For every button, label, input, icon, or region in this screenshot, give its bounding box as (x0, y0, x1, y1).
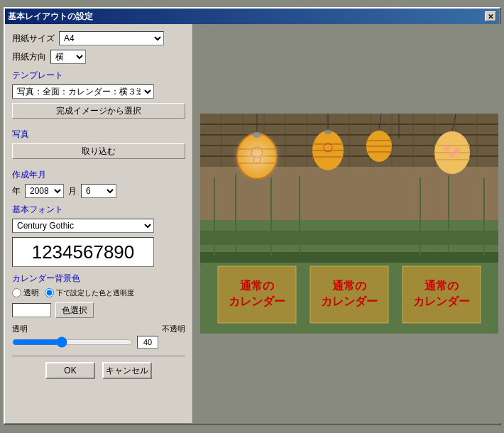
paper-size-row: 用紙サイズ A4 (12, 31, 185, 45)
orientation-row: 用紙方向 横 (12, 50, 185, 64)
cancel-button[interactable]: キャンセル (102, 362, 152, 379)
svg-point-48 (449, 152, 455, 158)
year-label: 年 (12, 185, 21, 197)
radio-transparent[interactable] (12, 288, 21, 297)
bg-color-radio-group: 透明 下で設定した色と透明度 (12, 287, 185, 298)
orientation-label: 用紙方向 (12, 51, 46, 63)
color-select-button[interactable]: 色選択 (55, 302, 94, 318)
month-select[interactable]: 6 (81, 184, 116, 198)
svg-text:通常の: 通常の (240, 279, 274, 292)
paper-size-label: 用紙サイズ (12, 33, 55, 45)
transparency-slider[interactable] (12, 336, 133, 348)
svg-rect-50 (200, 231, 498, 245)
slider-labels: 透明 不透明 (12, 324, 185, 334)
slider-value: 40 (137, 336, 158, 349)
dialog-title: 基本レイアウトの設定 (8, 11, 93, 23)
radio-custom-color[interactable] (45, 288, 54, 297)
radio-custom-color-label[interactable]: 下で設定した色と透明度 (45, 288, 134, 298)
slider-row: 40 (12, 336, 185, 349)
template-section-label: テンプレート (12, 70, 185, 82)
creation-year-section-label: 作成年月 (12, 169, 185, 181)
svg-rect-51 (200, 252, 498, 263)
font-select[interactable]: Century Gothic MS Gothic Arial (12, 219, 154, 233)
ok-button[interactable]: OK (45, 362, 95, 379)
radio-transparent-label[interactable]: 透明 (12, 287, 39, 298)
font-section-label: 基本フォント (12, 204, 185, 216)
svg-rect-59 (218, 266, 296, 323)
template-select[interactable]: 写真：全面：カレンダー：横３連 (12, 84, 154, 99)
preview-container: 通常の カレンダー 通常の カレンダー 通常の カレンダー (200, 114, 498, 334)
bg-color-section-label: カレンダー背景色 (12, 273, 185, 285)
year-month-row: 年 2008 月 6 (12, 184, 185, 198)
bottom-buttons: OK キャンセル (12, 356, 185, 379)
import-photo-button[interactable]: 取り込む (12, 143, 185, 159)
slider-left-label: 透明 (12, 324, 28, 334)
svg-rect-62 (310, 266, 388, 323)
slider-container: 透明 不透明 40 (12, 324, 185, 349)
svg-point-68 (232, 131, 282, 181)
paper-size-select[interactable]: A4 (59, 31, 164, 45)
title-bar: 基本レイアウトの設定 ✕ (5, 9, 499, 24)
select-from-image-button[interactable]: 完成イメージから選択 (12, 103, 185, 119)
svg-text:通常の: 通常の (424, 279, 459, 292)
svg-text:通常の: 通常の (332, 279, 366, 292)
svg-text:カレンダー: カレンダー (321, 295, 378, 307)
close-button[interactable]: ✕ (485, 11, 496, 21)
color-row: 色選択 (12, 302, 185, 318)
photo-section-label: 写真 (12, 128, 185, 141)
svg-point-46 (444, 145, 450, 150)
dialog-body: 用紙サイズ A4 用紙方向 横 テンプレート 写真：全面：カレンダー：横３連 完… (5, 24, 499, 423)
template-row: 写真：全面：カレンダー：横３連 (12, 84, 185, 99)
orientation-select[interactable]: 横 (50, 50, 86, 64)
svg-text:カレンダー: カレンダー (229, 295, 285, 307)
right-panel: 通常の カレンダー 通常の カレンダー 通常の カレンダー (193, 24, 504, 423)
font-preview: 1234567890 (12, 237, 154, 267)
svg-text:カレンダー: カレンダー (413, 295, 470, 307)
color-swatch (12, 303, 51, 317)
month-label: 月 (68, 185, 77, 197)
svg-rect-65 (402, 266, 481, 323)
year-select[interactable]: 2008 (25, 184, 64, 198)
svg-point-36 (324, 130, 332, 134)
preview-image: 通常の カレンダー 通常の カレンダー 通常の カレンダー (200, 114, 498, 334)
slider-right-label: 不透明 (162, 324, 185, 334)
left-panel: 用紙サイズ A4 用紙方向 横 テンプレート 写真：全面：カレンダー：横３連 完… (5, 24, 193, 423)
svg-point-47 (454, 148, 460, 153)
font-row: Century Gothic MS Gothic Arial (12, 219, 185, 233)
main-dialog: 基本レイアウトの設定 ✕ 用紙サイズ A4 用紙方向 横 テンプレート (4, 7, 500, 424)
